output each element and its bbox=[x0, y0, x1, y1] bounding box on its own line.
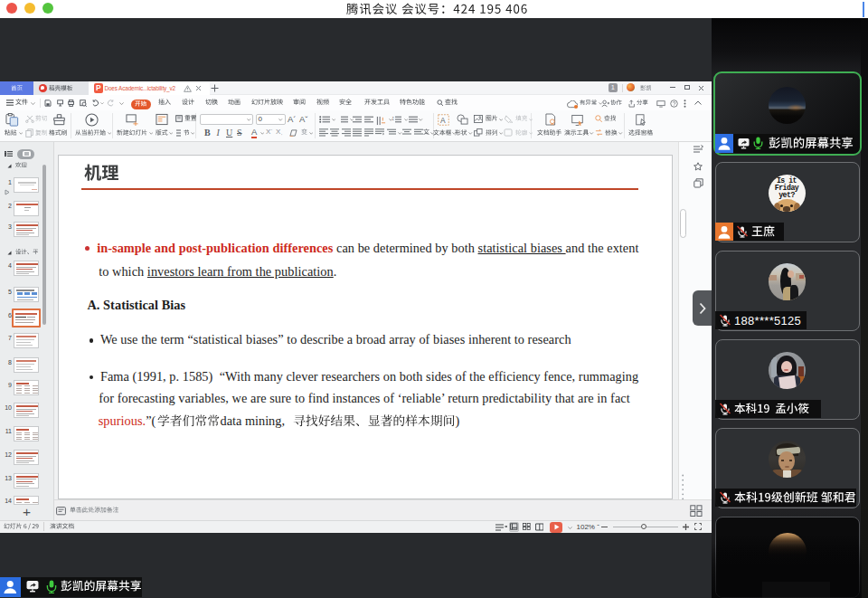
svg-text:A: A bbox=[439, 116, 445, 125]
